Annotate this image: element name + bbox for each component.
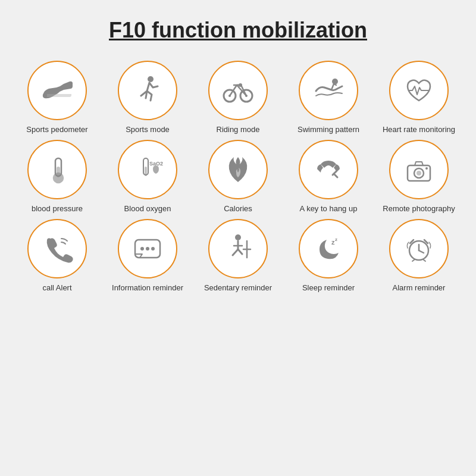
feature-calories: Calories	[193, 140, 283, 213]
blood-pressure-label: blood pressure	[32, 204, 83, 213]
feature-sports-mode: Sports mode	[102, 61, 193, 134]
svg-text:z: z	[335, 237, 337, 242]
svg-line-35	[423, 259, 425, 261]
svg-point-23	[151, 247, 155, 250]
feature-key-hang-up: A key to hang up	[283, 140, 374, 213]
feature-alarm-reminder: Alarm reminder	[374, 219, 464, 292]
feature-remote-photography: Remote photography	[374, 140, 464, 213]
thermometer-icon	[40, 152, 74, 187]
svg-point-21	[140, 247, 144, 250]
sleep-icon: z z	[311, 231, 346, 266]
message-icon	[130, 231, 165, 266]
svg-point-19	[425, 167, 428, 170]
feature-heart-rate: Heart rate monitoring	[374, 61, 464, 134]
feature-blood-oxygen: SaO2 Blood oxygen	[102, 140, 193, 213]
riding-mode-label: Riding mode	[217, 125, 260, 134]
heart-rate-icon	[402, 73, 436, 108]
information-reminder-icon-circle	[118, 219, 177, 278]
sedentary-reminder-label: Sedentary reminder	[204, 283, 272, 292]
svg-line-34	[412, 259, 415, 261]
alarm-reminder-icon-circle	[389, 219, 449, 278]
svg-point-24	[235, 234, 241, 240]
svg-line-31	[419, 250, 424, 253]
camera-icon	[402, 152, 436, 187]
feature-information-reminder: Information reminder	[102, 219, 193, 292]
remote-photography-label: Remote photography	[383, 204, 455, 213]
running-icon	[130, 73, 165, 108]
feature-call-alert: call Alert	[12, 219, 102, 292]
hang-up-icon	[311, 152, 346, 187]
swimming-pattern-icon-circle	[299, 61, 358, 120]
bicycle-icon	[221, 73, 255, 108]
alarm-reminder-label: Alarm reminder	[393, 283, 446, 292]
calories-label: Calories	[224, 204, 252, 213]
sleep-reminder-icon-circle: z z	[299, 219, 358, 278]
sports-pedometer-icon-circle	[27, 61, 87, 120]
svg-point-0	[148, 76, 154, 82]
sneaker-icon	[40, 73, 74, 108]
svg-point-18	[416, 171, 421, 176]
blood-oxygen-label: Blood oxygen	[124, 204, 171, 213]
sleep-reminder-label: Sleep reminder	[302, 283, 355, 292]
key-hang-up-label: A key to hang up	[300, 204, 358, 213]
feature-sleep-reminder: z z Sleep reminder	[283, 219, 374, 292]
phone-icon	[40, 231, 74, 266]
calories-icon-circle	[208, 140, 268, 199]
swimming-pattern-label: Swimming pattern	[298, 125, 359, 134]
page: F10 function mobilization Sports pedomet…	[0, 0, 476, 476]
blood-oxygen-icon: SaO2	[130, 152, 165, 187]
call-alert-label: call Alert	[42, 283, 71, 292]
blood-pressure-icon-circle	[27, 140, 87, 199]
sports-pedometer-label: Sports pedometer	[26, 125, 87, 134]
feature-sports-pedometer: Sports pedometer	[12, 61, 102, 134]
call-alert-icon-circle	[27, 219, 87, 278]
heart-rate-label: Heart rate monitoring	[383, 125, 455, 134]
heart-rate-icon-circle	[389, 61, 449, 120]
alarm-icon	[402, 231, 436, 266]
page-title: F10 function mobilization	[109, 18, 367, 43]
remote-photography-icon-circle	[389, 140, 449, 199]
information-reminder-label: Information reminder	[112, 283, 183, 292]
sports-mode-label: Sports mode	[126, 125, 170, 134]
feature-swimming-pattern: Swimming pattern	[283, 61, 374, 134]
feature-blood-pressure: blood pressure	[12, 140, 102, 213]
sedentary-reminder-icon-circle	[208, 219, 268, 278]
feature-riding-mode: Riding mode	[193, 61, 283, 134]
features-grid: Sports pedometer Sports mode	[12, 61, 464, 292]
blood-oxygen-icon-circle: SaO2	[118, 140, 177, 199]
key-hang-up-icon-circle	[299, 140, 358, 199]
swimmer-icon	[311, 73, 346, 108]
riding-mode-icon-circle	[208, 61, 268, 120]
sedentary-icon	[221, 231, 255, 266]
flame-icon	[221, 152, 255, 187]
svg-point-22	[146, 247, 149, 250]
sports-mode-icon-circle	[118, 61, 177, 120]
svg-point-6	[332, 79, 338, 84]
feature-sedentary-reminder: Sedentary reminder	[193, 219, 283, 292]
svg-rect-12	[145, 167, 147, 176]
svg-point-9	[54, 173, 63, 183]
svg-point-5	[239, 83, 242, 87]
svg-line-15	[334, 174, 337, 177]
